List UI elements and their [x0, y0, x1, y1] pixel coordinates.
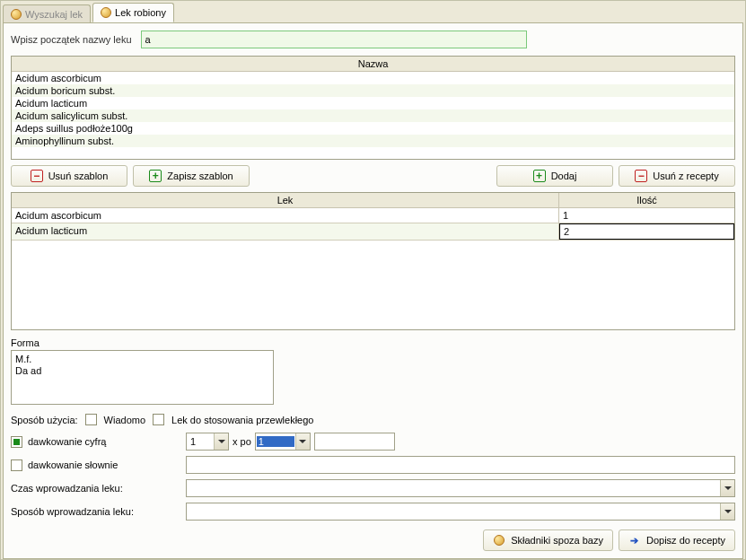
czas-combo[interactable] [186, 479, 735, 497]
combo-value: 1 [257, 436, 294, 447]
dawkowanie-slownie-label: dawkowanie słownie [28, 459, 118, 470]
ilosc-column-header: Ilość [559, 193, 734, 207]
forma-textarea[interactable]: M.f. Da ad [11, 350, 274, 405]
usun-z-recepty-button[interactable]: − Usuń z recepty [619, 165, 735, 187]
pill-icon [493, 534, 505, 547]
dawkowanie-slownie-input[interactable] [186, 456, 735, 474]
wiadomo-label: Wiadomo [104, 415, 145, 425]
wiadomo-checkbox[interactable] [85, 414, 97, 425]
search-label: Wpisz początek nazwy leku [11, 34, 132, 45]
name-row[interactable]: Adeps suillus podłoże100g [12, 122, 734, 135]
przewlekle-label: Lek do stosowania przewlekłego [171, 415, 313, 425]
arrow-right-icon: ➔ [628, 534, 641, 547]
name-row[interactable]: Acidum ascorbicum [12, 72, 734, 84]
tab-bar: Wyszukaj lek Lek robiony [3, 3, 743, 22]
tab-lek-robiony[interactable]: Lek robiony [92, 3, 174, 22]
button-label: Dopisz do recepty [646, 535, 725, 546]
dawkowanie-slownie-checkbox[interactable] [11, 459, 22, 471]
skladniki-button[interactable]: Składniki spoza bazy [483, 529, 613, 551]
button-label: Zapisz szablon [167, 171, 233, 181]
plus-icon: + [533, 170, 546, 182]
chevron-down-icon[interactable] [214, 433, 228, 450]
lek-cell: Acidum ascorbicum [12, 208, 559, 223]
dodaj-button[interactable]: + Dodaj [496, 165, 613, 187]
name-table-header: Nazwa [12, 57, 734, 72]
forma-label: Forma [11, 337, 735, 348]
main-panel: Wpisz początek nazwy leku Nazwa Acidum a… [3, 22, 743, 559]
name-row[interactable]: Aminophyllinum subst. [12, 135, 734, 147]
xpo-label: x po [233, 436, 251, 447]
dose-per-combo[interactable]: 1 [255, 433, 311, 451]
lek-cell: Acidum lacticum [12, 223, 559, 240]
ilosc-cell: 1 [559, 208, 734, 223]
pill-icon [11, 9, 22, 20]
name-table: Nazwa Acidum ascorbicum Acidum boricum s… [11, 56, 735, 160]
przewlekle-checkbox[interactable] [153, 414, 164, 425]
dopisz-button[interactable]: ➔ Dopisz do recepty [619, 529, 735, 551]
lek-table: Lek Ilość Acidum ascorbicum 1 Acidum lac… [11, 192, 735, 330]
button-label: Dodaj [551, 171, 577, 181]
dawkowanie-cyfra-label: dawkowanie cyfrą [28, 436, 106, 447]
name-row[interactable]: Acidum lacticum [12, 97, 734, 109]
usage-label: Sposób użycia: [11, 415, 78, 425]
button-label: Usuń z recepty [653, 171, 718, 181]
combo-value: 1 [187, 436, 214, 447]
tab-label: Lek robiony [115, 7, 166, 18]
sposob-combo[interactable] [186, 503, 735, 521]
minus-icon: − [31, 170, 43, 182]
dose-count-combo[interactable]: 1 [186, 433, 229, 451]
button-label: Usuń szablon [48, 171, 109, 181]
chevron-down-icon[interactable] [720, 503, 734, 520]
search-input[interactable] [141, 31, 527, 48]
pill-icon [101, 7, 111, 18]
usun-szablon-button[interactable]: − Usuń szablon [11, 165, 127, 187]
name-row[interactable]: Acidum salicylicum subst. [12, 109, 734, 122]
name-row[interactable]: Acidum boricum subst. [12, 84, 734, 97]
lek-row[interactable]: Acidum ascorbicum 1 [12, 208, 734, 223]
chevron-down-icon[interactable] [295, 433, 310, 450]
lek-column-header: Lek [12, 193, 559, 207]
dose-extra-input[interactable] [314, 433, 395, 451]
zapisz-szablon-button[interactable]: + Zapisz szablon [133, 165, 250, 187]
plus-icon: + [149, 170, 162, 182]
lek-row[interactable]: Acidum lacticum 2 [12, 223, 734, 241]
czas-label: Czas wprowadzania leku: [11, 483, 123, 494]
chevron-down-icon[interactable] [720, 480, 734, 496]
dawkowanie-cyfra-checkbox[interactable] [11, 436, 22, 448]
name-table-body[interactable]: Acidum ascorbicum Acidum boricum subst. … [12, 72, 734, 156]
minus-icon: − [635, 170, 647, 182]
sposob-label: Sposób wprowadzania leku: [11, 506, 134, 517]
tab-wyszukaj-lek[interactable]: Wyszukaj lek [3, 4, 91, 22]
ilosc-cell-editing[interactable]: 2 [559, 223, 734, 240]
tab-label: Wyszukaj lek [25, 9, 83, 20]
button-label: Składniki spoza bazy [511, 535, 603, 546]
